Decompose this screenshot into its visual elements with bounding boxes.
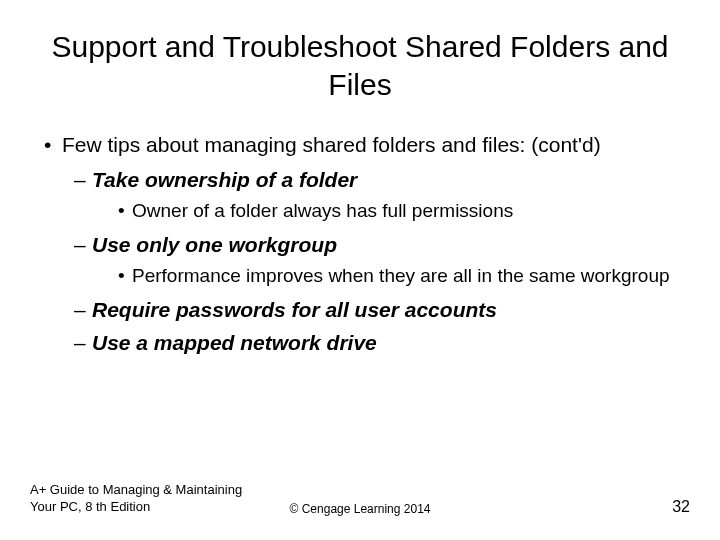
subitem-text: Performance improves when they are all i… xyxy=(132,265,670,286)
bullet-dot: • xyxy=(44,131,62,158)
footer-copyright: © Cengage Learning 2014 xyxy=(290,502,431,516)
dash-icon: – xyxy=(74,166,92,194)
footer: A+ Guide to Managing & Maintaining Your … xyxy=(30,482,690,516)
page-number: 32 xyxy=(672,498,690,516)
item-label: Use only one workgroup xyxy=(92,233,337,256)
dash-icon: – xyxy=(74,231,92,259)
slide-title: Support and Troubleshoot Shared Folders … xyxy=(30,28,690,103)
main-bullet: •Few tips about managing shared folders … xyxy=(44,131,690,158)
item-label: Require passwords for all user accounts xyxy=(92,298,497,321)
dash-icon: – xyxy=(74,329,92,357)
bullet-dot: • xyxy=(118,264,132,289)
list-item: –Take ownership of a folder xyxy=(74,166,690,194)
sub-list: –Take ownership of a folder •Owner of a … xyxy=(74,166,690,357)
list-subitem: •Owner of a folder always has full permi… xyxy=(118,199,690,224)
item-label: Use a mapped network drive xyxy=(92,331,377,354)
list-subitem: •Performance improves when they are all … xyxy=(118,264,690,289)
list-item: –Require passwords for all user accounts xyxy=(74,296,690,324)
main-bullet-text: Few tips about managing shared folders a… xyxy=(62,133,601,156)
bullet-dot: • xyxy=(118,199,132,224)
footer-left: A+ Guide to Managing & Maintaining Your … xyxy=(30,482,270,516)
list-item: –Use only one workgroup xyxy=(74,231,690,259)
dash-icon: – xyxy=(74,296,92,324)
list-item: –Use a mapped network drive xyxy=(74,329,690,357)
subitem-text: Owner of a folder always has full permis… xyxy=(132,200,513,221)
item-label: Take ownership of a folder xyxy=(92,168,357,191)
